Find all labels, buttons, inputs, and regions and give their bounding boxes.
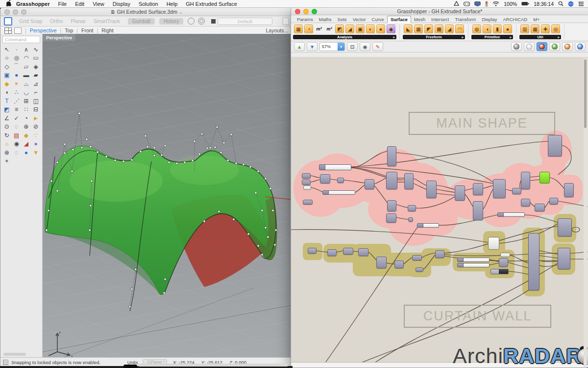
gh-component-cylinder-icon[interactable]: ▮ (493, 25, 502, 33)
tool-split[interactable]: ⊿ (31, 79, 41, 88)
component[interactable] (343, 248, 353, 255)
component[interactable] (535, 204, 545, 211)
notification-center-icon[interactable] (578, 1, 584, 6)
command-input[interactable]: Command (2, 36, 40, 43)
wifi-icon[interactable] (492, 1, 499, 6)
layer-field[interactable]: Default (218, 18, 272, 25)
tool-block[interactable]: ◩ (2, 105, 12, 114)
component[interactable] (302, 173, 311, 179)
tool-render[interactable]: ◢ (22, 140, 31, 149)
control-point[interactable] (220, 152, 222, 154)
gh-group-label-analysis[interactable]: Analysis▸ (293, 35, 396, 39)
gh-tab-archicad[interactable]: ARCHICAD (500, 16, 531, 23)
tool-cplane-axes[interactable]: ⌖ (2, 157, 12, 166)
control-point[interactable] (230, 133, 232, 135)
control-point[interactable] (105, 156, 107, 158)
tool-slab[interactable]: ▰ (31, 71, 41, 80)
tool-check[interactable]: ✓ (12, 114, 22, 123)
sidebar-scrollbar[interactable] (3, 353, 26, 356)
control-point[interactable] (122, 160, 124, 162)
tool-sphere[interactable]: ● (12, 71, 22, 80)
spotlight-search-icon[interactable] (558, 1, 564, 6)
zoom-dropdown-arrow[interactable]: ▾ (338, 43, 344, 51)
gh-group-label-primitive[interactable]: Primitive▸ (471, 35, 513, 39)
vpn-status-icon[interactable] (454, 1, 459, 6)
gh-component-surface-closest-point-icon[interactable]: ● (376, 25, 385, 33)
gh-tab-vector[interactable]: Vector (350, 16, 369, 23)
gh-component-surface-morph-icon[interactable]: ▦ (531, 25, 539, 33)
active-layer-color-chip[interactable] (211, 19, 216, 24)
gh-component-surface-dimensions-icon[interactable]: ◢ (345, 25, 354, 33)
preview-selected-button[interactable] (549, 42, 560, 51)
viewport-tab-front[interactable]: Front (81, 27, 94, 33)
component[interactable] (386, 172, 397, 189)
component[interactable] (386, 213, 396, 223)
control-point[interactable] (203, 220, 205, 222)
control-point[interactable] (78, 112, 80, 114)
component[interactable] (416, 267, 423, 272)
menu-grasshopper[interactable]: Grasshopper (16, 1, 49, 7)
control-point[interactable] (46, 229, 48, 231)
zoom-extents-button[interactable]: ⊡ (347, 42, 358, 51)
control-point[interactable] (216, 126, 218, 128)
tool-circle[interactable]: ○ (2, 54, 12, 63)
open-document-button[interactable]: ▲ (294, 42, 305, 51)
gh-tab-display[interactable]: Display (479, 16, 500, 23)
display-icon[interactable] (474, 1, 481, 6)
control-point[interactable] (243, 163, 245, 165)
control-point[interactable] (261, 210, 263, 211)
control-point[interactable] (64, 143, 66, 145)
tool-curve[interactable]: ∿ (31, 45, 41, 54)
control-point[interactable] (161, 154, 163, 156)
gh-component-area-icon[interactable]: m² (315, 25, 323, 33)
viewport-tab-perspective[interactable]: Perspective (30, 27, 57, 33)
control-point[interactable] (272, 210, 274, 211)
panel-toggle-icon[interactable] (283, 18, 289, 25)
control-point[interactable] (163, 292, 165, 294)
tool-render-preview[interactable]: ∵ (31, 131, 41, 140)
tool-text[interactable]: T (2, 97, 12, 105)
filter-icon[interactable] (198, 18, 205, 25)
control-point[interactable] (56, 161, 58, 163)
component[interactable] (376, 257, 387, 268)
control-point[interactable] (267, 236, 269, 238)
render-preview-button[interactable] (562, 42, 573, 51)
control-point[interactable] (131, 159, 133, 161)
control-point[interactable] (135, 268, 137, 270)
tool-rectangle[interactable]: ▭ (31, 54, 41, 63)
control-point[interactable] (223, 142, 225, 144)
control-point[interactable] (235, 162, 237, 164)
component[interactable] (387, 146, 396, 166)
gh-component-point-in-brep-icon[interactable]: ▣ (356, 25, 365, 33)
tool-zoom-extents[interactable]: ⊘ (31, 123, 41, 131)
tool-ellipse[interactable]: ◎ (12, 54, 22, 63)
tool-lock[interactable]: ◉ (12, 140, 22, 149)
gh-group-label-util[interactable]: Util▸ (519, 35, 561, 39)
save-document-button[interactable]: ▼ (307, 42, 318, 51)
component[interactable] (320, 174, 330, 184)
tool-flag[interactable]: ► (31, 114, 41, 123)
tool-blend-surface[interactable]: ◖ (2, 88, 12, 97)
control-point[interactable] (153, 147, 155, 149)
gh-component-box-2pt-icon[interactable]: ◑ (483, 25, 491, 33)
gh-component-isotrim-icon[interactable]: ◐ (366, 25, 375, 33)
control-point[interactable] (64, 152, 66, 154)
tool-chamfer[interactable]: ⌐ (31, 88, 41, 97)
tool-polyline[interactable]: ∧ (22, 45, 31, 54)
gh-component-extrude-icon[interactable]: ◣ (404, 25, 413, 33)
control-point[interactable] (257, 170, 259, 172)
menubar-clock[interactable]: 18:36:14 (534, 1, 554, 7)
gh-tab-sets[interactable]: Sets (335, 16, 350, 23)
component[interactable] (302, 180, 311, 185)
menu-display[interactable]: Display (113, 1, 130, 7)
toggle-ortho[interactable]: Ortho (50, 18, 63, 24)
tool-named-view[interactable]: ▤ (12, 131, 22, 140)
menu-view[interactable]: View (93, 1, 104, 7)
component[interactable] (404, 173, 414, 189)
title-chevron-icon[interactable]: ⌄ (179, 9, 183, 15)
gh-component-sphere-icon[interactable]: ◍ (472, 25, 481, 33)
number-slider[interactable] (497, 212, 525, 217)
tool-array[interactable]: ⊞ (22, 97, 31, 105)
component[interactable] (493, 179, 506, 198)
control-point[interactable] (265, 227, 267, 229)
